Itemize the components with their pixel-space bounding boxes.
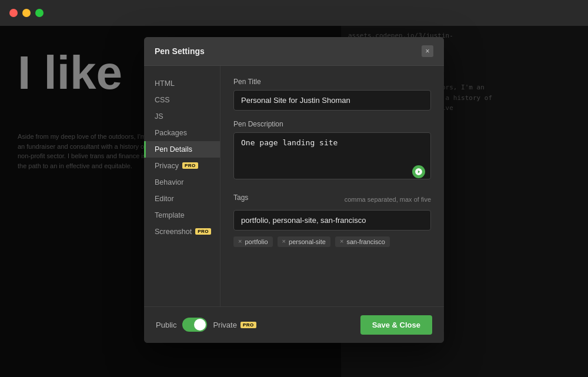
maximize-dot[interactable] xyxy=(35,9,44,17)
sidebar-item-css[interactable]: CSS xyxy=(144,92,220,108)
tag-chip: × san-francisco xyxy=(335,236,390,247)
modal-title: Pen Settings xyxy=(155,46,205,56)
sidebar-item-html[interactable]: HTML xyxy=(144,75,220,92)
sidebar-item-label: Screenshot xyxy=(155,228,192,236)
tag-label: personal-site xyxy=(289,238,326,245)
tag-remove-button[interactable]: × xyxy=(340,238,343,245)
tag-chip: × portfolio xyxy=(233,236,273,247)
pen-description-wrapper: One page landing site xyxy=(233,132,431,184)
tag-chip: × personal-site xyxy=(278,236,330,247)
modal-main-content: Pen Title Pen Description One page landi… xyxy=(220,66,444,306)
minimize-dot[interactable] xyxy=(22,9,31,17)
tag-remove-button[interactable]: × xyxy=(282,238,286,245)
titlebar xyxy=(0,0,588,26)
pro-badge-screenshot: PRO xyxy=(195,228,211,235)
tag-label: san-francisco xyxy=(346,238,385,245)
sidebar-item-template[interactable]: Template xyxy=(144,207,220,223)
privacy-toggle[interactable] xyxy=(182,318,207,332)
pen-title-input[interactable] xyxy=(233,90,431,111)
privacy-toggle-group: Public Private PRO xyxy=(156,318,256,332)
sidebar-item-label: Privacy xyxy=(155,162,179,170)
modal-sidebar: HTML CSS JS Packages Pen Details Privacy… xyxy=(144,66,220,306)
sidebar-item-label: Behavior xyxy=(155,178,183,186)
sidebar-item-label: Pen Details xyxy=(155,145,192,154)
save-close-button[interactable]: Save & Close xyxy=(360,315,432,335)
pen-settings-modal: Pen Settings × HTML CSS JS Packages xyxy=(144,37,444,343)
sidebar-item-label: JS xyxy=(155,112,163,121)
sidebar-item-label: Template xyxy=(155,211,185,219)
ai-assist-icon[interactable] xyxy=(412,165,425,178)
sidebar-item-label: CSS xyxy=(155,96,170,104)
sidebar-item-label: Editor xyxy=(155,195,174,203)
modal-body: HTML CSS JS Packages Pen Details Privacy… xyxy=(144,66,444,306)
modal-header: Pen Settings × xyxy=(144,37,444,66)
close-dot[interactable] xyxy=(9,9,18,17)
public-label: Public xyxy=(156,321,176,329)
tags-row: Tags comma separated, max of five xyxy=(233,193,431,206)
pen-description-label: Pen Description xyxy=(233,120,431,128)
sidebar-item-screenshot[interactable]: Screenshot PRO xyxy=(144,223,220,240)
sidebar-item-behavior[interactable]: Behavior xyxy=(144,174,220,191)
sidebar-item-editor[interactable]: Editor xyxy=(144,191,220,207)
modal-footer: Public Private PRO Save & Close xyxy=(144,306,444,343)
pen-title-label: Pen Title xyxy=(233,78,431,86)
modal-overlay: Pen Settings × HTML CSS JS Packages xyxy=(0,26,588,377)
tags-list: × portfolio × personal-site × san-franci… xyxy=(233,236,431,247)
sidebar-item-js[interactable]: JS xyxy=(144,108,220,125)
sidebar-item-label: Packages xyxy=(155,129,187,137)
tag-label: portfolio xyxy=(245,238,268,245)
tags-hint: comma separated, max of five xyxy=(345,196,431,203)
tags-input[interactable] xyxy=(233,210,431,231)
private-label: Private PRO xyxy=(213,321,256,329)
sidebar-item-privacy[interactable]: Privacy PRO xyxy=(144,158,220,174)
sidebar-item-pen-details[interactable]: Pen Details xyxy=(144,141,220,158)
tags-label: Tags xyxy=(233,193,248,202)
toggle-knob xyxy=(194,319,206,331)
private-pro-badge: PRO xyxy=(240,322,256,328)
modal-close-button[interactable]: × xyxy=(422,45,433,57)
tag-remove-button[interactable]: × xyxy=(238,238,242,245)
pro-badge: PRO xyxy=(182,162,198,169)
sidebar-item-label: HTML xyxy=(155,79,175,88)
sidebar-item-packages[interactable]: Packages xyxy=(144,125,220,141)
pen-description-input[interactable]: One page landing site xyxy=(233,132,431,179)
